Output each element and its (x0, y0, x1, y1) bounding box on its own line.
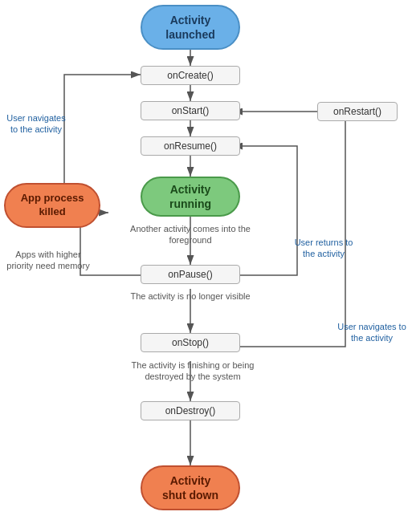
on-create-node: onCreate() (141, 66, 240, 85)
on-stop-node: onStop() (141, 333, 240, 352)
apps-higher-priority-label: Apps with higher priority need memory (4, 249, 92, 272)
on-resume-node: onResume() (141, 136, 240, 156)
app-process-killed-node: App process killed (4, 183, 100, 228)
another-activity-label: Another activity comes into the foregrou… (122, 223, 259, 246)
user-navigates-label-1: User navigates to the activity (4, 112, 68, 136)
on-start-node: onStart() (141, 101, 240, 120)
user-navigates-label-2: User navigates to the activity (336, 321, 408, 344)
no-longer-visible-label: The activity is no longer visible (122, 290, 259, 302)
on-pause-node: onPause() (141, 265, 240, 284)
on-destroy-node: onDestroy() (141, 401, 240, 420)
on-restart-node: onRestart() (317, 102, 398, 121)
activity-lifecycle-diagram: Activity launched onCreate() onStart() o… (0, 0, 412, 532)
finishing-label: The activity is finishing or being destr… (112, 359, 273, 383)
user-returns-label: User returns to the activity (288, 237, 360, 260)
activity-running-node: Activity running (141, 177, 240, 217)
activity-shutdown-node: Activity shut down (141, 465, 240, 510)
activity-launched-node: Activity launched (141, 5, 240, 50)
